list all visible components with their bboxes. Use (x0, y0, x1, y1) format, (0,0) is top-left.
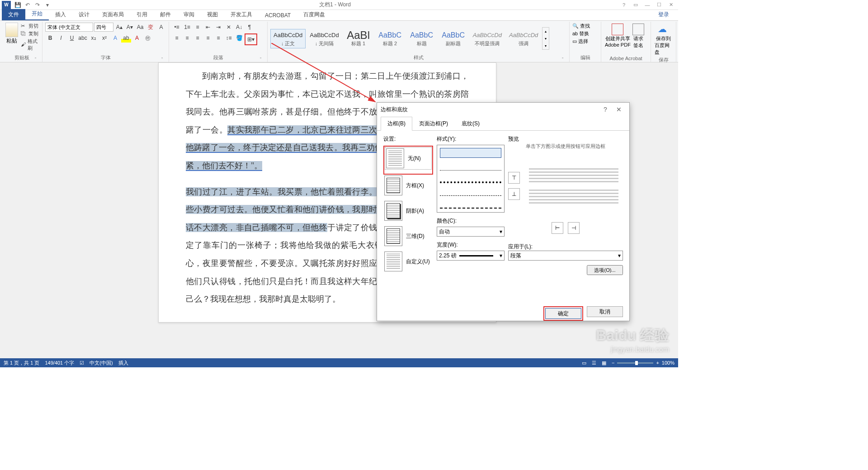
cut-button[interactable]: ✂剪切 (21, 23, 39, 29)
help-icon[interactable]: ? (618, 1, 629, 9)
word-count[interactable]: 149/401 个字 (45, 360, 74, 366)
shrink-font-icon[interactable]: A▾ (125, 23, 134, 32)
save-baidu-button[interactable]: ☁保存到百度网盘 (654, 23, 673, 57)
options-button[interactable]: 选项(O)... (587, 265, 623, 275)
enclose-icon[interactable]: ㊕ (143, 33, 153, 43)
tab-developer[interactable]: 开发工具 (224, 9, 259, 20)
dec-indent-icon[interactable]: ⇤ (203, 23, 213, 32)
dialog-titlebar[interactable]: 边框和底纹 ? ✕ (377, 103, 629, 116)
tab-view[interactable]: 视图 (201, 9, 224, 20)
borders-button-highlighted[interactable]: ⊞▾ (245, 33, 257, 45)
setting-custom[interactable]: 自定义(U) (383, 251, 433, 272)
width-combo[interactable]: 2.25 磅 (437, 251, 505, 261)
request-sign-button[interactable]: 请求签名 (632, 23, 645, 56)
shading-icon[interactable]: 🪣 (234, 33, 244, 43)
strike-button[interactable]: abc (78, 33, 88, 43)
font-size-combo[interactable]: 四号 (94, 23, 113, 32)
borders-icon[interactable]: ⊞▾ (246, 35, 256, 44)
dtab-shading[interactable]: 底纹(S) (455, 117, 486, 131)
cancel-button[interactable]: 取消 (587, 306, 623, 317)
tab-baidu[interactable]: 百度网盘 (297, 9, 331, 20)
char-border-icon[interactable]: A (156, 23, 166, 32)
style-emphasis[interactable]: AaBbCcDd强调 (506, 29, 541, 48)
zoom-in-icon[interactable]: + (656, 360, 659, 366)
setting-3d[interactable]: 三维(D) (383, 225, 433, 247)
style-nospacing[interactable]: AaBbCcDd↓ 无间隔 (307, 29, 342, 48)
style-heading1[interactable]: AaBl标题 1 (343, 29, 374, 48)
paragraph-dialog-launcher[interactable]: ▫ (260, 56, 265, 61)
align-center-icon[interactable]: ≡ (182, 33, 192, 43)
zoom-slider[interactable] (617, 362, 653, 364)
style-dash1[interactable] (440, 186, 501, 196)
underline-button[interactable]: U (67, 33, 77, 43)
bullets-icon[interactable]: •≡ (172, 23, 182, 32)
login-link[interactable]: 登录 (655, 9, 673, 20)
styles-dialog-launcher[interactable]: ▫ (562, 56, 567, 61)
font-dialog-launcher[interactable]: ▫ (161, 56, 167, 61)
style-dot2[interactable] (440, 173, 501, 183)
style-subtitle[interactable]: AaBbC副标题 (438, 29, 469, 48)
numbering-icon[interactable]: 1≡ (182, 23, 192, 32)
replace-button[interactable]: ab 替换 (572, 30, 598, 37)
line-spacing-icon[interactable]: ↕≡ (224, 33, 234, 43)
view-web-icon[interactable]: ▦ (602, 360, 606, 366)
zoom-out-icon[interactable]: − (612, 360, 614, 366)
style-listbox[interactable] (437, 145, 505, 213)
format-painter-button[interactable]: 🖌格式刷 (21, 38, 39, 52)
align-right-icon[interactable]: ≡ (193, 33, 203, 43)
qat-more-icon[interactable]: ▾ (43, 1, 52, 9)
styles-down-icon[interactable]: ▾ (542, 35, 549, 42)
save-icon[interactable]: 💾 (14, 1, 22, 9)
distribute-icon[interactable]: ≡ (213, 33, 223, 43)
redo-icon[interactable]: ↷ (33, 1, 42, 9)
style-normal[interactable]: AaBbCcDd↓ 正文 (270, 29, 306, 48)
justify-icon[interactable]: ≡ (203, 33, 213, 43)
color-combo[interactable]: 自动 (437, 227, 505, 237)
clipboard-dialog-launcher[interactable]: ▫ (35, 56, 40, 61)
ribbon-opts-icon[interactable]: ▭ (630, 1, 641, 9)
inc-indent-icon[interactable]: ⇥ (213, 23, 223, 32)
setting-box[interactable]: 方框(X) (383, 175, 433, 196)
dialog-close-icon[interactable]: ✕ (612, 106, 626, 113)
select-button[interactable]: ▭ 选择 (572, 38, 598, 45)
style-subtle-emph[interactable]: AaBbCcDd不明显强调 (470, 29, 505, 48)
zoom-level[interactable]: 100% (662, 360, 675, 366)
tab-references[interactable]: 引用 (130, 9, 154, 20)
tab-mailings[interactable]: 邮件 (154, 9, 177, 20)
minimize-icon[interactable]: — (642, 1, 653, 9)
close-icon[interactable]: ✕ (665, 1, 676, 9)
dialog-help-icon[interactable]: ? (599, 106, 612, 113)
font-color-icon[interactable]: A (132, 33, 142, 43)
maximize-icon[interactable]: ☐ (654, 1, 665, 9)
phonetic-icon[interactable]: 变 (146, 23, 156, 32)
ok-button[interactable]: 确定 (545, 308, 581, 319)
border-bottom-button[interactable]: ⊥ (508, 188, 520, 200)
dtab-page-border[interactable]: 页面边框(P) (412, 117, 455, 131)
paste-button[interactable]: 粘贴 (5, 23, 19, 54)
tab-layout[interactable]: 页面布局 (96, 9, 130, 20)
style-solid[interactable] (440, 148, 501, 158)
tab-review[interactable]: 审阅 (177, 9, 201, 20)
bold-button[interactable]: B (45, 33, 55, 43)
border-top-button[interactable]: ⊤ (508, 172, 520, 184)
setting-none[interactable]: 无(N) (385, 147, 431, 169)
view-print-icon[interactable]: ▭ (582, 360, 586, 366)
highlight-icon[interactable]: ab (121, 33, 131, 43)
dtab-border[interactable]: 边框(B) (381, 117, 412, 131)
copy-button[interactable]: ⿻复制 (21, 30, 39, 37)
styles-more-icon[interactable]: ▾ (542, 42, 549, 49)
insert-mode[interactable]: 插入 (118, 360, 128, 366)
tab-acrobat[interactable]: ACROBAT (259, 10, 297, 20)
page-count[interactable]: 第 1 页，共 1 页 (4, 360, 39, 366)
subscript-button[interactable]: x₂ (89, 33, 99, 43)
show-marks-icon[interactable]: ¶ (245, 23, 255, 32)
grow-font-icon[interactable]: A▴ (114, 23, 124, 32)
border-right-button[interactable]: ⊣ (568, 222, 580, 234)
style-heading2[interactable]: AaBbC标题 2 (375, 29, 406, 48)
find-button[interactable]: 🔍 查找 (572, 23, 598, 29)
superscript-button[interactable]: x² (99, 33, 109, 43)
style-dash2[interactable] (440, 199, 501, 209)
sort-icon[interactable]: A↓ (234, 23, 244, 32)
text-effect-icon[interactable]: A (110, 33, 120, 43)
apply-combo[interactable]: 段落 (508, 251, 623, 261)
